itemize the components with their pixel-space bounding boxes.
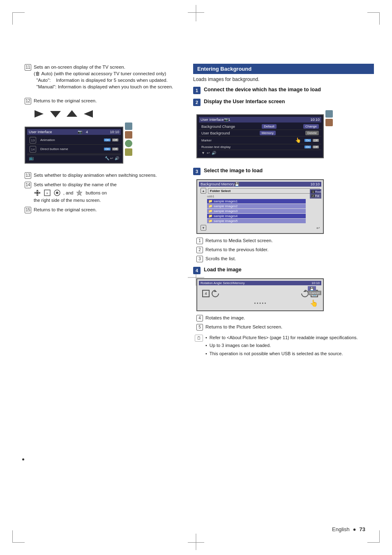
svg-marker-0 <box>35 110 44 118</box>
step2-marker-row: Marker 👆 On Off <box>199 136 321 144</box>
right-column: Entering Background Loads images for bac… <box>193 64 374 361</box>
note-icon: 🗒 <box>195 335 203 342</box>
toggle-off-directbtn: Off <box>112 148 118 150</box>
step-1-title: Connect the device which has the image t… <box>204 86 321 94</box>
step3-folder-item-4[interactable]: 📁 sample images4 <box>207 214 306 218</box>
step4-bullet-5: 5 Returns to the Picture Select screen. <box>196 324 374 331</box>
left-screen-animation-row: 13 Animation On Off <box>27 136 121 145</box>
play-up-icon <box>66 109 78 118</box>
step3-folder-item-1[interactable]: 📁 sample images1 <box>207 199 306 204</box>
svg-point-12 <box>56 192 58 194</box>
step3-folder-item-2[interactable]: 📁 sample images2 <box>207 204 306 208</box>
left-screen-bottom-icons: 🔧 ↩ 🔊 <box>105 156 119 160</box>
step4-bullets: 4 Rotates the image. 5 Returns to the Pi… <box>196 314 374 331</box>
step4-rotation-title: Rotation Angle Select/Memory <box>201 281 245 285</box>
step3-sd-icon: 💾 <box>235 182 239 186</box>
folder-icon-2: 📁 <box>208 204 212 208</box>
step2-undo-icon: ↩ <box>207 151 210 155</box>
folder-item-4-text: sample images4 <box>214 214 238 218</box>
note-bullet-3-text: This operation is not possible when USB … <box>210 351 343 357</box>
icon-star <box>76 189 83 197</box>
folder-icon-1: 📁 <box>208 199 212 203</box>
step2-change-btn[interactable]: Change <box>303 124 319 129</box>
step4-rot-box-4: 4 <box>202 290 210 297</box>
step3-folder-select-label: Folder Select <box>208 188 320 194</box>
crosshair-bottom-v <box>196 534 196 550</box>
step3-return-icon: ↩ <box>316 226 320 230</box>
left-screen-bottom-bar: 📺 🔧 ↩ 🔊 <box>27 155 121 161</box>
thumb-3 <box>125 140 132 147</box>
icon-chart: ≡ <box>44 189 51 197</box>
left-screen-row-num-14: 14 <box>30 146 36 153</box>
item-14-text: Sets whether to display the name of the <box>34 181 117 188</box>
svg-rect-8 <box>39 192 40 194</box>
step3-screen-titlebar: Background Memory 💾 10:10 <box>199 182 321 187</box>
step2-memory-btn[interactable]: Memory <box>260 131 276 135</box>
step4-rotation-screen: Rotation Angle Select/Memory 10:10 💾 Can… <box>196 278 324 311</box>
step2-russian-off: Off <box>313 146 319 148</box>
toggle-off-anim: Off <box>112 139 118 141</box>
step-num-3: 3 <box>193 168 201 175</box>
left-screen-animation-label: Animation <box>40 138 55 142</box>
note-section: 🗒 Refer to <About Picture files> (page 1… <box>195 335 374 358</box>
corner-mark-br <box>367 530 380 543</box>
step2-screen-title: User Interface <box>201 118 224 122</box>
buttons-on-text: buttons on <box>85 190 106 196</box>
note-bullets-container: Refer to <About Picture files> (page 11)… <box>205 335 358 358</box>
item-12: 12 Returns to the original screen. <box>25 97 185 104</box>
thumb-2 <box>125 131 132 139</box>
step2-screen: User Interface 📷 1 10:10 Background Chan… <box>196 114 324 158</box>
step4-rotation-icons: 4 💾 <box>199 288 321 299</box>
item-num-14: 14 <box>25 182 31 188</box>
svg-marker-2 <box>67 110 77 117</box>
section-header: Entering Background <box>193 64 374 74</box>
step3-folder-item-5[interactable]: 📁 sample images5 <box>207 219 306 223</box>
step-4-title: Load the image <box>204 266 242 274</box>
left-column: 11 Sets an on-screen display of the TV s… <box>25 64 185 215</box>
step4-bullet-5-text: Returns to the Picture Select screen. <box>205 324 282 330</box>
nav-icons-row <box>33 109 185 118</box>
step3-bullet-num-1: 1 <box>196 238 203 244</box>
step4-rotation-time: 10:10 <box>311 281 320 285</box>
step2-delete-btn[interactable]: Delete <box>305 131 319 135</box>
step4-dots: • • • • • <box>254 301 266 305</box>
step2-bgchange-label: Background Change <box>201 125 235 129</box>
step4-touch-hand: 👆 <box>310 299 318 307</box>
item-13: 13 Sets whether to display animation whe… <box>25 172 185 179</box>
folder-item-1-text: sample images1 <box>214 199 238 203</box>
step2-screen-num: 1 <box>228 118 231 122</box>
step4-rotation-dots: • • • • • <box>199 301 321 305</box>
step3-scroll-down[interactable]: ▼ <box>201 225 206 231</box>
folder-icon-5: 📁 <box>208 219 212 223</box>
crosshair-top-v <box>196 5 196 21</box>
step-3-row: 3 Select the image to load <box>193 167 374 175</box>
step-4-row: 4 Load the image <box>193 266 374 274</box>
step2-default-btn[interactable]: Default <box>262 124 276 129</box>
left-screen-title: User Interface <box>29 130 52 134</box>
thumb-1 <box>125 123 132 130</box>
left-screen-title-bar: User Interface 📷 4 10:10 <box>27 129 121 135</box>
left-screen-time: 10:10 <box>110 130 119 134</box>
step2-userbg-label: User Background <box>201 131 230 135</box>
step2-row-userbg: User Background Memory Delete <box>199 130 321 136</box>
svg-marker-1 <box>50 111 61 118</box>
step-3-title: Select the image to load <box>204 167 263 175</box>
step-num-2: 2 <box>193 99 201 106</box>
item-13-text: Sets whether to display animation when s… <box>34 172 157 178</box>
step3-scroll-up[interactable]: ▲ <box>201 188 206 194</box>
step-2-row: 2 Display the User Interface screen <box>193 98 374 106</box>
step-num-4: 4 <box>193 267 201 274</box>
play-down-icon <box>49 109 62 118</box>
step3-badge-1: 1 <box>311 190 315 193</box>
step3-folder-item-3[interactable]: 📁 sample images3 <box>207 209 306 213</box>
svg-marker-3 <box>84 110 93 118</box>
step4-cancel-btn[interactable]: Cancel <box>308 291 321 295</box>
folder-item-5-text: sample images5 <box>214 219 238 223</box>
step3-time: 10:10 <box>310 182 320 186</box>
step3-bullet-1-text: Returns to Media Select screen. <box>205 237 273 244</box>
step3-bullet-num-2: 2 <box>196 247 203 253</box>
bullet-separator: ● <box>353 526 356 532</box>
item-15: 15 Returns to the original screen. <box>25 206 185 213</box>
step2-vol-icon: 🔊 <box>212 151 216 155</box>
folder-icon-3: 📁 <box>208 209 212 213</box>
